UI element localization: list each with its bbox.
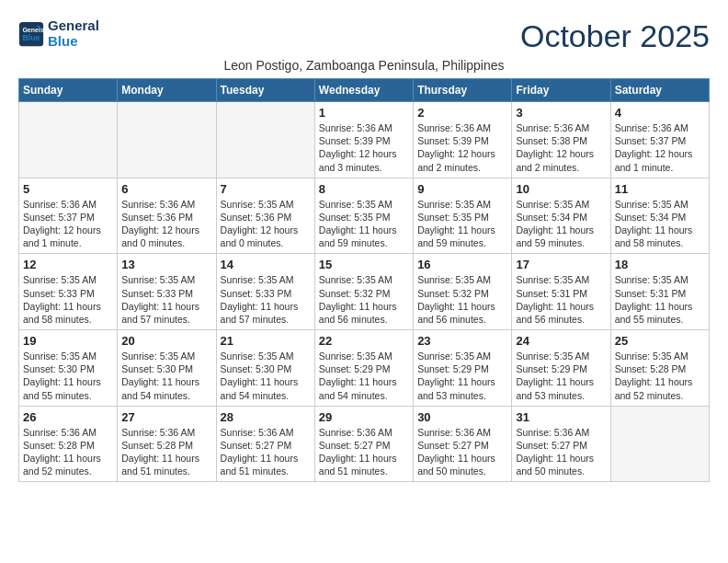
calendar-week-3: 12Sunrise: 5:35 AMSunset: 5:33 PMDayligh… <box>19 254 710 330</box>
day-number: 7 <box>221 182 311 196</box>
calendar-cell: 12Sunrise: 5:35 AMSunset: 5:33 PMDayligh… <box>19 254 118 330</box>
calendar-cell: 22Sunrise: 5:35 AMSunset: 5:29 PMDayligh… <box>314 330 413 407</box>
day-number: 18 <box>615 258 705 271</box>
day-number: 8 <box>319 182 409 196</box>
calendar-cell: 20Sunrise: 5:35 AMSunset: 5:30 PMDayligh… <box>118 330 216 407</box>
day-number: 11 <box>615 182 705 196</box>
day-number: 5 <box>23 182 113 196</box>
calendar-cell <box>118 102 216 178</box>
subtitle: Leon Postigo, Zamboanga Peninsula, Phili… <box>18 58 710 73</box>
calendar-week-2: 5Sunrise: 5:36 AMSunset: 5:37 PMDaylight… <box>19 178 710 254</box>
weekday-header-row: Sunday Monday Tuesday Wednesday Thursday… <box>19 79 710 102</box>
day-info: Sunrise: 5:36 AMSunset: 5:37 PMDaylight:… <box>615 121 705 174</box>
day-info: Sunrise: 5:35 AMSunset: 5:32 PMDaylight:… <box>319 273 409 326</box>
day-number: 15 <box>319 258 409 271</box>
calendar-cell: 4Sunrise: 5:36 AMSunset: 5:37 PMDaylight… <box>610 102 709 178</box>
header-thursday: Thursday <box>414 79 512 102</box>
day-number: 9 <box>417 182 507 196</box>
calendar-cell: 21Sunrise: 5:35 AMSunset: 5:30 PMDayligh… <box>216 330 314 407</box>
calendar-cell <box>610 406 709 482</box>
calendar-week-5: 26Sunrise: 5:36 AMSunset: 5:28 PMDayligh… <box>19 406 710 482</box>
calendar-cell: 14Sunrise: 5:35 AMSunset: 5:33 PMDayligh… <box>216 254 314 330</box>
day-info: Sunrise: 5:35 AMSunset: 5:31 PMDaylight:… <box>615 273 705 326</box>
logo-icon: General Blue <box>18 21 44 47</box>
day-info: Sunrise: 5:36 AMSunset: 5:28 PMDaylight:… <box>121 426 211 478</box>
calendar-cell: 28Sunrise: 5:36 AMSunset: 5:27 PMDayligh… <box>216 406 314 482</box>
calendar-week-4: 19Sunrise: 5:35 AMSunset: 5:30 PMDayligh… <box>19 330 710 407</box>
calendar-cell: 23Sunrise: 5:35 AMSunset: 5:29 PMDayligh… <box>414 330 512 407</box>
day-info: Sunrise: 5:35 AMSunset: 5:30 PMDaylight:… <box>121 350 211 402</box>
day-number: 10 <box>516 182 606 196</box>
day-info: Sunrise: 5:35 AMSunset: 5:33 PMDaylight:… <box>221 273 311 326</box>
day-info: Sunrise: 5:35 AMSunset: 5:34 PMDaylight:… <box>516 198 606 250</box>
calendar-cell: 19Sunrise: 5:35 AMSunset: 5:30 PMDayligh… <box>19 330 118 407</box>
logo: General Blue General Blue <box>18 18 99 49</box>
day-info: Sunrise: 5:36 AMSunset: 5:28 PMDaylight:… <box>23 426 113 478</box>
day-info: Sunrise: 5:36 AMSunset: 5:27 PMDaylight:… <box>516 426 606 478</box>
calendar-cell: 26Sunrise: 5:36 AMSunset: 5:28 PMDayligh… <box>19 406 118 482</box>
logo-text-line1: General <box>48 18 99 34</box>
day-info: Sunrise: 5:36 AMSunset: 5:39 PMDaylight:… <box>319 121 409 174</box>
day-number: 30 <box>417 410 507 424</box>
header-tuesday: Tuesday <box>216 79 314 102</box>
calendar-cell: 15Sunrise: 5:35 AMSunset: 5:32 PMDayligh… <box>314 254 413 330</box>
calendar-cell: 27Sunrise: 5:36 AMSunset: 5:28 PMDayligh… <box>118 406 216 482</box>
page: General Blue General Blue October 2025 L… <box>0 0 728 491</box>
header-friday: Friday <box>512 79 610 102</box>
calendar-cell: 6Sunrise: 5:36 AMSunset: 5:36 PMDaylight… <box>118 178 216 254</box>
calendar-cell: 31Sunrise: 5:36 AMSunset: 5:27 PMDayligh… <box>512 406 610 482</box>
day-number: 28 <box>221 410 311 424</box>
main-title: October 2025 <box>520 18 710 54</box>
day-info: Sunrise: 5:35 AMSunset: 5:28 PMDaylight:… <box>615 350 705 402</box>
day-info: Sunrise: 5:35 AMSunset: 5:29 PMDaylight:… <box>319 350 409 402</box>
day-info: Sunrise: 5:36 AMSunset: 5:37 PMDaylight:… <box>23 198 113 250</box>
day-number: 20 <box>121 334 211 348</box>
day-info: Sunrise: 5:35 AMSunset: 5:35 PMDaylight:… <box>417 198 507 250</box>
header-sunday: Sunday <box>19 79 118 102</box>
calendar-cell: 8Sunrise: 5:35 AMSunset: 5:35 PMDaylight… <box>314 178 413 254</box>
calendar: Sunday Monday Tuesday Wednesday Thursday… <box>18 78 710 482</box>
day-number: 2 <box>417 106 507 120</box>
calendar-cell: 7Sunrise: 5:35 AMSunset: 5:36 PMDaylight… <box>216 178 314 254</box>
calendar-cell: 18Sunrise: 5:35 AMSunset: 5:31 PMDayligh… <box>610 254 709 330</box>
day-number: 6 <box>121 182 211 196</box>
day-info: Sunrise: 5:35 AMSunset: 5:29 PMDaylight:… <box>516 350 606 402</box>
day-number: 31 <box>516 410 606 424</box>
calendar-cell <box>216 102 314 178</box>
day-number: 21 <box>221 334 311 348</box>
day-number: 22 <box>319 334 409 348</box>
header-monday: Monday <box>118 79 216 102</box>
calendar-cell: 16Sunrise: 5:35 AMSunset: 5:32 PMDayligh… <box>414 254 512 330</box>
day-info: Sunrise: 5:36 AMSunset: 5:38 PMDaylight:… <box>516 121 606 174</box>
day-number: 29 <box>319 410 409 424</box>
day-number: 24 <box>516 334 606 348</box>
title-block: October 2025 <box>520 18 710 54</box>
calendar-cell: 13Sunrise: 5:35 AMSunset: 5:33 PMDayligh… <box>118 254 216 330</box>
day-info: Sunrise: 5:36 AMSunset: 5:27 PMDaylight:… <box>319 426 409 478</box>
calendar-week-1: 1Sunrise: 5:36 AMSunset: 5:39 PMDaylight… <box>19 102 710 178</box>
day-info: Sunrise: 5:35 AMSunset: 5:29 PMDaylight:… <box>417 350 507 402</box>
svg-text:Blue: Blue <box>22 33 40 42</box>
day-info: Sunrise: 5:35 AMSunset: 5:36 PMDaylight:… <box>221 198 311 250</box>
calendar-cell: 2Sunrise: 5:36 AMSunset: 5:39 PMDaylight… <box>414 102 512 178</box>
calendar-cell: 5Sunrise: 5:36 AMSunset: 5:37 PMDaylight… <box>19 178 118 254</box>
calendar-cell <box>19 102 118 178</box>
day-number: 27 <box>121 410 211 424</box>
day-number: 26 <box>23 410 113 424</box>
day-info: Sunrise: 5:36 AMSunset: 5:27 PMDaylight:… <box>417 426 507 478</box>
calendar-cell: 29Sunrise: 5:36 AMSunset: 5:27 PMDayligh… <box>314 406 413 482</box>
logo-text-line2: Blue <box>48 34 99 50</box>
calendar-cell: 3Sunrise: 5:36 AMSunset: 5:38 PMDaylight… <box>512 102 610 178</box>
day-info: Sunrise: 5:35 AMSunset: 5:31 PMDaylight:… <box>516 273 606 326</box>
day-number: 25 <box>615 334 705 348</box>
calendar-cell: 24Sunrise: 5:35 AMSunset: 5:29 PMDayligh… <box>512 330 610 407</box>
day-info: Sunrise: 5:36 AMSunset: 5:27 PMDaylight:… <box>221 426 311 478</box>
day-info: Sunrise: 5:35 AMSunset: 5:30 PMDaylight:… <box>23 350 113 402</box>
day-info: Sunrise: 5:35 AMSunset: 5:35 PMDaylight:… <box>319 198 409 250</box>
day-number: 19 <box>23 334 113 348</box>
day-info: Sunrise: 5:35 AMSunset: 5:33 PMDaylight:… <box>23 273 113 326</box>
day-info: Sunrise: 5:35 AMSunset: 5:34 PMDaylight:… <box>615 198 705 250</box>
calendar-cell: 11Sunrise: 5:35 AMSunset: 5:34 PMDayligh… <box>610 178 709 254</box>
header-wednesday: Wednesday <box>314 79 413 102</box>
day-number: 17 <box>516 258 606 271</box>
